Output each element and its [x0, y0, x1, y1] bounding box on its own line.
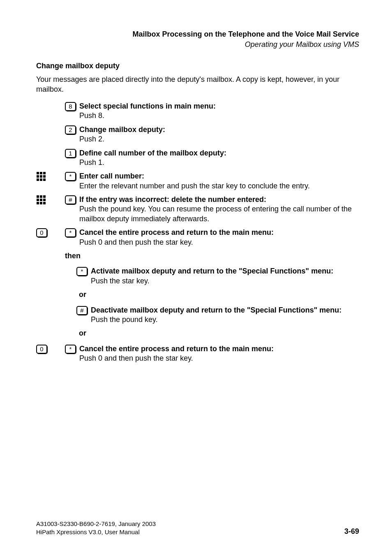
step-activate-deputy: * Activate mailbox deputy and return to … [76, 266, 359, 286]
page-header: Mailbox Processing on the Telephone and … [36, 30, 359, 50]
key-8-icon: 8 [65, 102, 76, 111]
svg-rect-16 [40, 202, 42, 204]
svg-rect-10 [40, 195, 42, 198]
key-star-icon: * [65, 228, 76, 237]
svg-rect-8 [43, 178, 46, 181]
header-subtitle: Operating your Mailbox using VMS [36, 40, 359, 49]
page-footer: A31003-S2330-B690-2-7619, January 2003 H… [36, 520, 359, 537]
key-pound-icon: # [65, 195, 76, 204]
key-star-icon: * [76, 267, 88, 276]
svg-rect-2 [43, 172, 46, 174]
step-select-special-functions: 8 Select special functions in main menu:… [65, 102, 359, 121]
step-cancel-process-1: 0 * Cancel the entire process and return… [65, 228, 359, 247]
step-desc: Push the pound key. [91, 315, 359, 324]
step-desc: Enter the relevant number and push the s… [79, 181, 359, 191]
svg-rect-3 [37, 175, 39, 178]
step-title: Define call number of the mailbox deputy… [79, 149, 226, 157]
step-title: Deactivate mailbox deputy and return to … [91, 306, 341, 314]
header-title: Mailbox Processing on the Telephone and … [36, 30, 359, 39]
step-delete-number-entered: # If the entry was incorrect: delete the… [65, 195, 359, 224]
key-0-inner: 0 [36, 228, 47, 237]
page-number: 3-69 [344, 527, 359, 536]
sub-steps: * Activate mailbox deputy and return to … [76, 266, 359, 338]
key-1-icon: 1 [65, 149, 76, 158]
footer-doc-id: A31003-S2330-B690-2-7619, January 2003 [36, 520, 156, 528]
svg-rect-17 [43, 202, 46, 204]
or-label: or [79, 290, 359, 299]
step-deactivate-deputy: # Deactivate mailbox deputy and return t… [76, 306, 359, 325]
step-desc: Push the pound key. You can resume the p… [79, 204, 359, 224]
step-title: Select special functions in main menu: [79, 102, 216, 110]
key-pound-icon: # [76, 306, 88, 315]
step-title: If the entry was incorrect: delete the n… [79, 195, 266, 204]
svg-rect-13 [40, 199, 42, 201]
key-2-icon: 2 [65, 125, 76, 134]
section-intro: Your messages are placed directly into t… [36, 75, 359, 94]
step-title: Cancel the entire process and return to … [79, 345, 274, 353]
step-desc: Push 0 and then push the star key. [79, 354, 359, 363]
key-star-icon: * [65, 172, 76, 181]
svg-rect-1 [40, 172, 42, 174]
svg-rect-5 [43, 175, 46, 178]
or-label: or [79, 329, 359, 338]
step-desc: Push 8. [79, 111, 359, 120]
step-enter-call-number: * Enter call number: Enter the relevant … [65, 171, 359, 191]
keypad-icon [36, 171, 46, 181]
svg-rect-7 [40, 178, 42, 181]
step-desc: Push 0 and then push the star key. [79, 238, 359, 247]
step-desc: Push 2. [79, 134, 359, 144]
key-star-icon: * [65, 345, 76, 354]
svg-rect-11 [43, 195, 46, 198]
key-0-inner: 0 [36, 345, 47, 354]
svg-rect-14 [43, 199, 46, 201]
svg-rect-6 [37, 178, 39, 181]
step-change-mailbox-deputy: 2 Change mailbox deputy: Push 2. [65, 125, 359, 144]
svg-rect-9 [37, 195, 39, 198]
svg-rect-15 [37, 202, 39, 204]
step-title: Activate mailbox deputy and return to th… [91, 267, 333, 275]
footer-doc-title: HiPath Xpressions V3.0, User Manual [36, 528, 156, 536]
step-title: Cancel the entire process and return to … [79, 228, 274, 236]
then-label: then [65, 251, 359, 261]
step-desc: Push 1. [79, 158, 359, 167]
section-title: Change mailbox deputy [36, 61, 359, 71]
step-cancel-process-2: 0 * Cancel the entire process and return… [65, 344, 359, 364]
svg-rect-12 [37, 199, 39, 201]
keypad-icon [36, 195, 46, 205]
step-desc: Push the star key. [91, 276, 359, 286]
step-title: Enter call number: [79, 172, 144, 180]
svg-rect-0 [37, 172, 39, 174]
footer-left: A31003-S2330-B690-2-7619, January 2003 H… [36, 520, 156, 537]
step-define-call-number: 1 Define call number of the mailbox depu… [65, 148, 359, 168]
key-0-icon: 0 [36, 344, 47, 354]
key-0-icon: 0 [36, 228, 47, 237]
steps-list: 8 Select special functions in main menu:… [65, 102, 359, 364]
step-title: Change mailbox deputy: [79, 125, 165, 134]
svg-rect-4 [40, 175, 42, 178]
